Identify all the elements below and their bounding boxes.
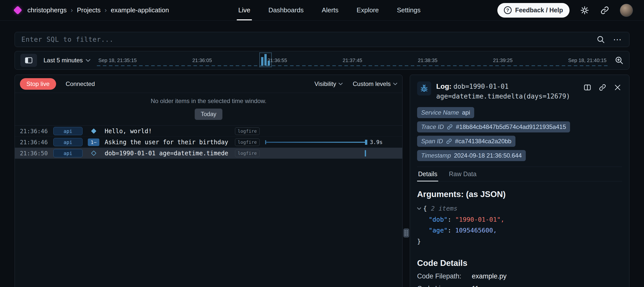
details-title: Log: dob=1990-01-01 age=datetime.timedel… bbox=[436, 81, 578, 101]
theme-toggle-sun-icon[interactable] bbox=[580, 5, 590, 15]
badge-label: Service Name bbox=[421, 109, 459, 116]
json-key: "dob" bbox=[429, 214, 448, 225]
timeline-track[interactable]: Sep 18, 21:35:15 21:36:05 21:36:55 21:37… bbox=[97, 51, 608, 69]
json-key: "age" bbox=[429, 225, 448, 236]
share-link-icon[interactable] bbox=[600, 5, 610, 15]
timeline-tick: 21:39:25 bbox=[493, 58, 513, 63]
collapse-children-badge[interactable]: 1− bbox=[88, 138, 99, 146]
today-button[interactable]: Today bbox=[195, 109, 222, 120]
log-row[interactable]: 21:36:46 api Hello, world! logfire bbox=[15, 126, 402, 137]
json-colon: : bbox=[448, 214, 455, 225]
span-id-badge[interactable]: Span ID #ca741384ca2a20bb bbox=[417, 136, 515, 147]
json-collapse-icon[interactable] bbox=[417, 207, 421, 210]
tab-details[interactable]: Details bbox=[417, 167, 438, 181]
timeline-tick: 21:38:35 bbox=[418, 58, 437, 63]
filter-more-menu-icon[interactable]: ⋯ bbox=[612, 35, 623, 44]
log-timestamp: 21:36:46 bbox=[20, 128, 53, 134]
empty-state: No older items in the selected time wind… bbox=[15, 93, 402, 126]
bug-icon bbox=[417, 81, 431, 95]
code-filepath-label: Code Filepath: bbox=[417, 272, 470, 280]
trace-id-badge[interactable]: Trace ID #18b84cb4847b5d574c4ad9121935a4… bbox=[417, 121, 570, 132]
breadcrumb-separator-icon: › bbox=[71, 6, 73, 14]
open-side-panel-icon[interactable] bbox=[583, 83, 592, 92]
time-range-selector[interactable]: Last 5 minutes bbox=[44, 57, 90, 64]
span-duration-track bbox=[260, 148, 397, 159]
question-mark-icon: ? bbox=[504, 6, 512, 14]
timeline-bar: Last 5 minutes Sep 18, 21:35:15 21:36:05… bbox=[15, 51, 629, 70]
span-duration-track: 3.9s bbox=[260, 137, 397, 148]
breadcrumb-org[interactable]: christophergs bbox=[27, 6, 67, 14]
activity-bar bbox=[264, 54, 267, 66]
span-duration-label: 3.9s bbox=[370, 139, 383, 145]
sql-filter-bar: ⋯ bbox=[15, 32, 629, 47]
json-close-brace: } bbox=[417, 236, 421, 247]
badge-value: api bbox=[462, 109, 470, 116]
page-body: ⋯ Last 5 minutes Sep 18, 21:35:15 21:36:… bbox=[0, 21, 644, 287]
badge-label: Trace ID bbox=[421, 123, 444, 130]
live-log-panel: Stop live Connected Visibility Custom le… bbox=[15, 75, 403, 287]
activity-bar bbox=[261, 57, 263, 66]
sql-filter-input[interactable] bbox=[21, 36, 589, 43]
service-badge: api bbox=[53, 127, 83, 135]
time-range-label: Last 5 minutes bbox=[44, 57, 83, 64]
badge-label: Span ID bbox=[421, 138, 443, 145]
chevron-down-icon bbox=[339, 83, 343, 85]
log-row[interactable]: 21:36:46 api 1− Asking the user for thei… bbox=[15, 137, 402, 148]
timeline-activity-spikes[interactable] bbox=[259, 53, 272, 67]
connection-status: Connected bbox=[66, 80, 95, 87]
timeline-tick: 21:37:45 bbox=[343, 58, 362, 63]
service-badge: api bbox=[53, 149, 83, 157]
log-diamond-icon bbox=[91, 128, 96, 134]
breadcrumb-project[interactable]: example-application bbox=[111, 6, 169, 14]
log-row-spacer bbox=[260, 126, 397, 136]
panel-resizer bbox=[403, 75, 410, 287]
timeline-baseline bbox=[97, 65, 608, 66]
copy-link-icon[interactable] bbox=[598, 83, 607, 92]
feedback-help-label: Feedback / Help bbox=[515, 7, 563, 14]
tab-explore-label: Explore bbox=[357, 6, 379, 14]
badge-label: Timestamp bbox=[421, 152, 451, 159]
json-viewer: { 2 items "dob": "1990-01-01", "age": 10… bbox=[417, 203, 622, 247]
search-icon[interactable] bbox=[596, 35, 605, 44]
badge-value: 2024-09-18 21:36:50.644 bbox=[454, 152, 522, 159]
tab-dashboards[interactable]: Dashboards bbox=[267, 0, 305, 20]
tab-live-label: Live bbox=[238, 6, 250, 14]
tab-alerts[interactable]: Alerts bbox=[320, 0, 340, 20]
tab-details-label: Details bbox=[418, 170, 437, 177]
visibility-dropdown[interactable]: Visibility bbox=[314, 80, 343, 87]
zoom-in-icon[interactable] bbox=[615, 56, 624, 65]
custom-levels-dropdown[interactable]: Custom levels bbox=[353, 80, 397, 87]
feedback-help-button[interactable]: ? Feedback / Help bbox=[497, 3, 570, 18]
user-avatar[interactable] bbox=[620, 4, 633, 17]
stop-live-button[interactable]: Stop live bbox=[20, 78, 56, 90]
top-nav: christophergs › Projects › example-appli… bbox=[0, 0, 644, 21]
resize-grip-icon[interactable] bbox=[403, 228, 409, 237]
visibility-label: Visibility bbox=[314, 80, 336, 87]
log-row-selected[interactable]: 21:36:50 api dob=1990-01-01 age=datetime… bbox=[15, 148, 402, 159]
logfire-logo-icon[interactable] bbox=[13, 6, 22, 15]
details-kind-label: Log: bbox=[436, 82, 452, 90]
json-number-value: 1095465600, bbox=[455, 225, 497, 236]
tab-explore[interactable]: Explore bbox=[355, 0, 380, 20]
log-message: Hello, world! bbox=[105, 128, 235, 135]
tab-settings-label: Settings bbox=[397, 6, 421, 14]
service-badge: api bbox=[53, 138, 83, 146]
link-icon bbox=[446, 138, 452, 144]
timeline-ticks: Sep 18, 21:35:15 21:36:05 21:36:55 21:37… bbox=[98, 58, 607, 63]
badge-value: #ca741384ca2a20bb bbox=[455, 138, 511, 145]
timestamp-badge[interactable]: Timestamp 2024-09-18 21:36:50.644 bbox=[417, 150, 526, 161]
details-tabs: Details Raw Data bbox=[417, 167, 622, 181]
log-diamond-hollow-icon bbox=[91, 151, 96, 156]
close-icon[interactable] bbox=[613, 83, 622, 92]
main-area: Stop live Connected Visibility Custom le… bbox=[15, 75, 629, 287]
tab-raw-data[interactable]: Raw Data bbox=[448, 167, 477, 181]
service-name-badge[interactable]: Service Name api bbox=[417, 107, 474, 118]
breadcrumb-separator-icon: › bbox=[105, 6, 107, 14]
breadcrumb-projects[interactable]: Projects bbox=[77, 6, 101, 14]
chevron-down-icon bbox=[393, 83, 397, 85]
json-string-value: "1990-01-01", bbox=[455, 214, 504, 225]
tab-live[interactable]: Live bbox=[237, 0, 252, 20]
nav-left: christophergs › Projects › example-appli… bbox=[15, 6, 169, 14]
tab-settings[interactable]: Settings bbox=[395, 0, 422, 20]
sidebar-toggle-icon[interactable] bbox=[20, 54, 37, 67]
